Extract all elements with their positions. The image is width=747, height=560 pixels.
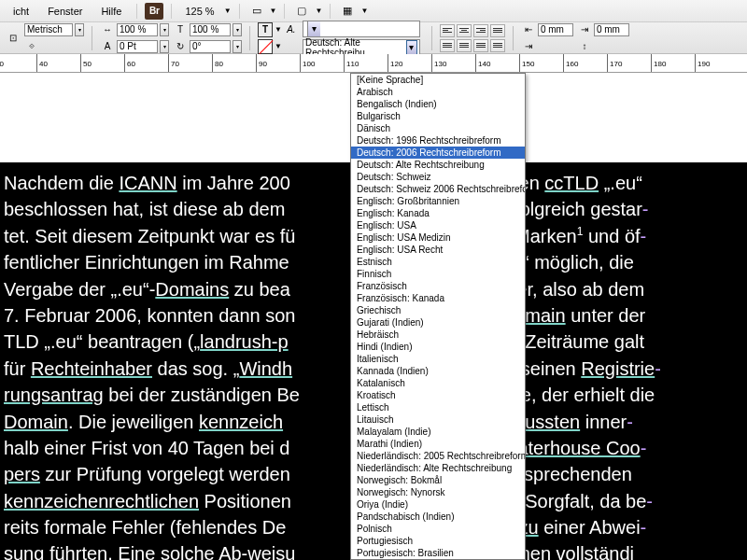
- separator: [513, 26, 514, 50]
- dropdown-icon[interactable]: ▾: [75, 23, 84, 36]
- language-option[interactable]: Estnisch: [351, 256, 525, 268]
- menu-item[interactable]: Hilfe: [93, 4, 129, 19]
- language-option[interactable]: Katalanisch: [351, 377, 525, 389]
- separator: [431, 26, 432, 50]
- language-option[interactable]: Englisch: USA: [351, 219, 525, 231]
- language-option[interactable]: Oriya (Indie): [351, 498, 525, 511]
- char-style-icon[interactable]: A.: [284, 22, 299, 37]
- language-option[interactable]: Hindi (Indien): [351, 341, 525, 353]
- language-option[interactable]: Englisch: USA Medizin: [351, 231, 525, 244]
- language-option[interactable]: Hebräisch: [351, 329, 525, 341]
- language-option[interactable]: Bulgarisch: [351, 110, 525, 122]
- bridge-icon[interactable]: Br: [145, 3, 163, 20]
- stepper-icon[interactable]: ▾: [160, 23, 169, 36]
- language-option[interactable]: Italienisch: [351, 353, 525, 365]
- menu-item[interactable]: Fenster: [40, 4, 90, 19]
- chevron-down-icon[interactable]: ▾: [406, 40, 417, 55]
- language-option[interactable]: Englisch: Kanada: [351, 207, 525, 219]
- link-icon[interactable]: ⟐: [24, 38, 39, 53]
- chevron-down-icon[interactable]: ▼: [315, 7, 322, 15]
- chevron-down-icon[interactable]: ▼: [275, 25, 282, 34]
- language-option[interactable]: Norwegisch: Nynorsk: [351, 486, 525, 498]
- align-center-button[interactable]: [457, 24, 472, 37]
- justify-left-button[interactable]: [440, 39, 455, 52]
- language-option[interactable]: Bengalisch (Indien): [351, 98, 525, 110]
- justify-right-button[interactable]: [473, 39, 488, 52]
- language-option[interactable]: Gujarati (Indien): [351, 316, 525, 329]
- separator: [284, 4, 285, 19]
- chevron-down-icon[interactable]: ▼: [360, 7, 368, 15]
- language-option[interactable]: Englisch: Großbritannien: [351, 195, 525, 207]
- chevron-down-icon[interactable]: ▼: [224, 7, 232, 15]
- language-combo[interactable]: Deutsch: Alte Rechtschreibu▾: [303, 39, 420, 56]
- language-option[interactable]: Niederländisch: Alte Rechtschreibung: [351, 462, 525, 474]
- language-option[interactable]: Arabisch: [351, 86, 525, 98]
- ruler-tick: 130: [431, 54, 446, 72]
- ref-point-icon[interactable]: ⊡: [6, 31, 21, 46]
- language-option[interactable]: Norwegisch: Bokmål: [351, 474, 525, 486]
- arrange-icon[interactable]: ▦: [338, 3, 357, 20]
- horizontal-ruler[interactable]: 3040506070809010011012013014015016017018…: [0, 54, 747, 73]
- menu-item[interactable]: icht: [6, 4, 36, 19]
- language-option[interactable]: Englisch: USA Recht: [351, 244, 525, 256]
- separator: [92, 26, 92, 50]
- justify-all-button[interactable]: [490, 39, 505, 52]
- indent-right-icon: ⇥: [577, 22, 592, 37]
- language-option[interactable]: Französisch: Kanada: [351, 292, 525, 304]
- rotate-field[interactable]: 0°: [190, 40, 231, 53]
- language-option[interactable]: Deutsch: 2006 Rechtschreibreform: [351, 147, 525, 159]
- align-right-button[interactable]: [473, 24, 488, 37]
- language-option[interactable]: [Keine Sprache]: [351, 74, 525, 86]
- align-justify-button[interactable]: [490, 24, 505, 37]
- align-left-button[interactable]: [440, 24, 455, 37]
- zoom-level[interactable]: 125 %: [179, 6, 219, 17]
- units-field[interactable]: Metrisch: [24, 23, 73, 36]
- control-panel: ⊡ Metrisch▾ ⟐ ↔100 %▾ A0 Pt▾ T100 %▾ ↻0°…: [0, 22, 747, 54]
- menubar: icht Fenster Hilfe Br 125 % ▼ ▭ ▼ ▢ ▼ ▦ …: [0, 0, 747, 22]
- language-option[interactable]: Deutsch: 1996 Rechtschreibreform: [351, 134, 525, 147]
- language-option[interactable]: Griechisch: [351, 304, 525, 316]
- pt-field[interactable]: 0 Pt: [117, 40, 158, 53]
- separator: [136, 4, 137, 19]
- scale-x-field[interactable]: 100 %: [117, 23, 158, 36]
- chevron-down-icon[interactable]: ▾: [307, 21, 320, 36]
- language-option[interactable]: Deutsch: Schweiz: [351, 171, 525, 183]
- language-option[interactable]: Finnisch: [351, 268, 525, 280]
- chevron-down-icon[interactable]: ▼: [275, 42, 282, 50]
- no-fill-icon[interactable]: [258, 39, 273, 54]
- language-option[interactable]: Pandschabisch (Indien): [351, 511, 525, 523]
- language-option[interactable]: Malayalam (Indie): [351, 426, 525, 438]
- indent-left-field[interactable]: 0 mm: [538, 23, 573, 36]
- language-dropdown[interactable]: [Keine Sprache]ArabischBengalisch (Indie…: [350, 73, 526, 560]
- ruler-tick: 150: [519, 54, 534, 72]
- language-option[interactable]: Lettisch: [351, 401, 525, 413]
- stepper-icon[interactable]: ▾: [233, 23, 242, 36]
- language-option[interactable]: Portugiesisch: Brasilien: [351, 547, 525, 559]
- language-option[interactable]: Litauisch: [351, 413, 525, 426]
- font-combo[interactable]: ▾: [303, 21, 420, 37]
- language-option[interactable]: Kannada (Indien): [351, 365, 525, 377]
- language-option[interactable]: Marathi (Indien): [351, 438, 525, 450]
- justify-center-button[interactable]: [457, 39, 472, 52]
- separator: [239, 4, 240, 19]
- language-option[interactable]: Niederländisch: 2005 Rechtschreibreform: [351, 450, 525, 462]
- ruler-tick: 90: [256, 54, 267, 72]
- language-option[interactable]: Deutsch: Schweiz 2006 Rechtschreibreform: [351, 183, 525, 195]
- stepper-icon[interactable]: ▾: [233, 40, 242, 53]
- first-line-icon: ⇥: [521, 39, 536, 54]
- stepper-icon[interactable]: ▾: [160, 40, 169, 53]
- char-format-icon[interactable]: T: [258, 22, 273, 37]
- scale-y-field[interactable]: 100 %: [190, 23, 231, 36]
- language-option[interactable]: Kroatisch: [351, 389, 525, 401]
- chevron-down-icon[interactable]: ▼: [270, 7, 277, 15]
- screen-mode-icon[interactable]: ▢: [292, 3, 311, 20]
- scale-x-icon: ↔: [100, 22, 115, 37]
- separator: [249, 26, 250, 50]
- language-option[interactable]: Dänisch: [351, 122, 525, 134]
- language-option[interactable]: Portugiesisch: [351, 535, 525, 547]
- indent-right-field[interactable]: 0 mm: [594, 23, 629, 36]
- view-mode-icon[interactable]: ▭: [247, 3, 266, 20]
- language-option[interactable]: Französisch: [351, 280, 525, 292]
- language-option[interactable]: Deutsch: Alte Rechtschreibung: [351, 159, 525, 171]
- language-option[interactable]: Polnisch: [351, 523, 525, 535]
